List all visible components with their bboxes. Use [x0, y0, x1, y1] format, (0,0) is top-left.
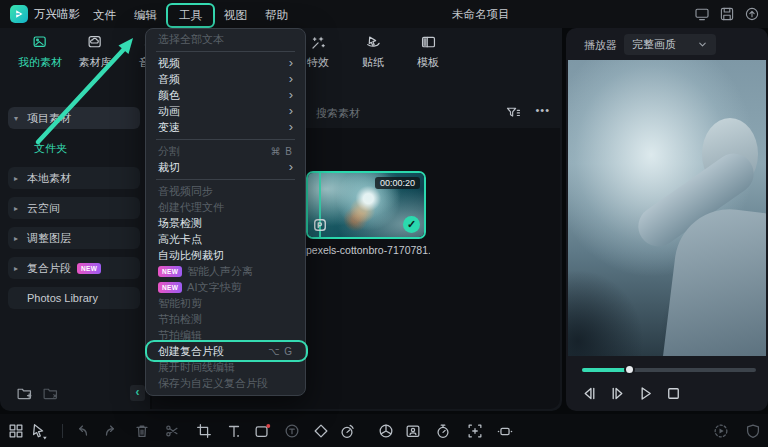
menu-shortcut: ⌘ B [271, 146, 293, 157]
tree-item-本地素材[interactable]: ▸本地素材 [8, 167, 140, 189]
menu-item-label: 展开时间线编辑 [158, 360, 235, 375]
menu-item-label: 颜色 [158, 88, 180, 103]
menu-item-保存为自定义复合片段: 保存为自定义复合片段 [146, 375, 305, 391]
menu-item-视频[interactable]: 视频› [146, 55, 305, 71]
tree-item-复合片段[interactable]: ▸复合片段NEW [8, 257, 140, 279]
tree-item-调整图层[interactable]: ▸调整图层 [8, 227, 140, 249]
menu-separator [156, 179, 295, 180]
menu-item-label: 节拍检测 [158, 312, 202, 327]
submenu-arrow-icon: › [289, 106, 293, 116]
play-icon[interactable] [636, 384, 655, 403]
menubar-item-视图[interactable]: 视图 [215, 3, 256, 28]
filter-icon[interactable] [505, 104, 522, 121]
menu-item-智能人声分离: NEW智能人声分离 [146, 263, 305, 279]
expand-arrow-icon[interactable]: ▸ [14, 234, 27, 243]
keyframe-icon[interactable] [312, 422, 330, 440]
menu-item-动画[interactable]: 动画› [146, 103, 305, 119]
tree-item-label: 复合片段 [27, 261, 71, 276]
collapse-arrow-icon[interactable]: ▾ [14, 114, 27, 123]
video-preview [568, 60, 766, 356]
quality-value: 完整画质 [632, 37, 676, 52]
tab-my-media[interactable]: 我的素材 [18, 34, 62, 70]
text-icon[interactable] [225, 422, 243, 440]
menubar-item-帮助[interactable]: 帮助 [256, 3, 297, 28]
delete-folder-icon[interactable] [42, 385, 59, 402]
menu-item-高光卡点[interactable]: 高光卡点 [146, 231, 305, 247]
playback-slider[interactable] [582, 368, 756, 372]
menu-item-音频[interactable]: 音频› [146, 71, 305, 87]
media-tree: ▾项目素材文件夹▸本地素材▸云空间▸调整图层▸复合片段NEWPhotos Lib… [0, 98, 148, 317]
export-icon[interactable] [744, 6, 760, 22]
select-tool-icon[interactable] [30, 422, 48, 440]
new-folder-icon[interactable] [16, 385, 33, 402]
menu-item-裁切[interactable]: 裁切› [146, 159, 305, 175]
tab-label: 模板 [417, 55, 439, 70]
menu-item-节拍检测: 节拍检测 [146, 311, 305, 327]
display-icon[interactable] [694, 6, 710, 22]
menu-item-场景检测[interactable]: 场景检测 [146, 215, 305, 231]
chroma-key-icon[interactable] [404, 422, 422, 440]
chevron-down-icon [697, 39, 708, 50]
tab-media-library[interactable]: 素材库 [73, 34, 117, 70]
my-media-icon [32, 34, 49, 51]
speed-icon[interactable] [338, 422, 356, 440]
menu-separator [156, 51, 295, 52]
menu-item-label: 裁切 [158, 160, 180, 175]
tab-label: 特效 [307, 55, 329, 70]
crop-icon[interactable] [195, 422, 213, 440]
tab-label: 素材库 [79, 55, 112, 70]
slider-handle[interactable] [624, 364, 635, 375]
content-shield-icon [744, 422, 762, 440]
menu-item-颜色[interactable]: 颜色› [146, 87, 305, 103]
menubar-item-工具[interactable]: 工具 [166, 3, 215, 28]
stop-icon[interactable] [664, 384, 683, 403]
search-input[interactable]: 搜索素材 ••• [306, 100, 556, 126]
media-layout-icon[interactable] [7, 422, 25, 440]
expand-arrow-icon[interactable]: ▸ [14, 204, 27, 213]
stabilize-icon[interactable] [496, 422, 514, 440]
previous-frame-icon[interactable] [580, 384, 599, 403]
more-options-button[interactable]: ••• [535, 104, 550, 116]
color-icon[interactable] [377, 422, 395, 440]
tab-label: 贴纸 [362, 55, 384, 70]
menubar-item-文件[interactable]: 文件 [84, 3, 125, 28]
expand-arrow-icon[interactable]: ▸ [14, 174, 27, 183]
media-clip-thumbnail[interactable]: 00:00:20 ✓ [306, 171, 426, 239]
titlebar-actions [694, 6, 760, 22]
progress-fill [582, 368, 629, 372]
app-logo-icon [10, 5, 28, 23]
selected-check-icon[interactable]: ✓ [403, 216, 420, 233]
tab-stickers[interactable]: 贴纸 [351, 34, 395, 70]
templates-icon [420, 34, 437, 51]
tab-templates[interactable]: 模板 [406, 34, 450, 70]
speech-to-text-icon [283, 422, 301, 440]
tree-item-文件夹[interactable]: 文件夹 [8, 137, 140, 159]
timeline-toolbar [0, 414, 768, 447]
menu-item-创建复合片段[interactable]: 创建复合片段⌥ G [146, 343, 305, 359]
record-icon[interactable] [253, 422, 271, 440]
delete-icon [133, 422, 151, 440]
quality-dropdown[interactable]: 完整画质 [624, 34, 716, 55]
menu-item-label: 保存为自定义复合片段 [158, 376, 268, 391]
menu-item-智能初剪: 智能初剪 [146, 295, 305, 311]
effects-icon [310, 34, 327, 51]
menubar-item-编辑[interactable]: 编辑 [125, 3, 166, 28]
menu-item-变速[interactable]: 变速› [146, 119, 305, 135]
expand-arrow-icon[interactable]: ▸ [14, 264, 27, 273]
save-icon[interactable] [719, 6, 735, 22]
app-name: 万兴喵影 [34, 7, 80, 22]
freeze-frame-icon[interactable] [434, 422, 452, 440]
next-frame-icon[interactable] [608, 384, 627, 403]
toolbar-separator [62, 424, 63, 438]
motion-track-icon[interactable] [466, 422, 484, 440]
menu-item-自动比例裁切[interactable]: 自动比例裁切 [146, 247, 305, 263]
tree-item-Photos Library[interactable]: Photos Library [8, 287, 140, 309]
media-tabs-center: 特效 贴纸 模板 [296, 34, 450, 70]
collapse-panel-icon[interactable]: ‹ [130, 385, 145, 401]
menu-item-label: 视频 [158, 56, 180, 71]
tree-item-项目素材[interactable]: ▾项目素材 [8, 107, 140, 129]
menu-item-AI文字快剪: NEWAI文字快剪 [146, 279, 305, 295]
player-panel: 播放器 完整画质 [566, 28, 768, 411]
media-panel-footer: ‹ [0, 385, 148, 403]
tree-item-云空间[interactable]: ▸云空间 [8, 197, 140, 219]
